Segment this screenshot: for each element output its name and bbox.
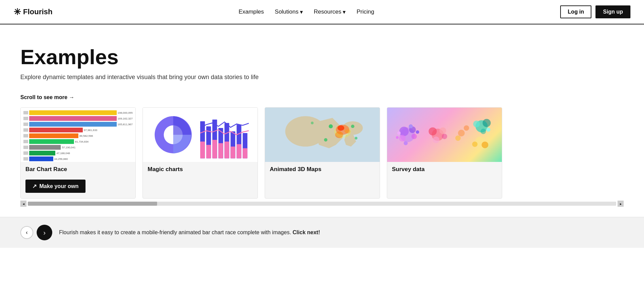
nav-ctas: Log in Sign up	[560, 5, 630, 18]
svg-rect-10	[200, 142, 205, 159]
main-content: Examples Explore dynamic templates and i…	[0, 24, 644, 248]
page-subtitle: Explore dynamic templates and interactiv…	[20, 74, 624, 81]
nav-examples[interactable]: Examples	[239, 8, 264, 15]
cards-wrapper: 198,000,055169,162,327165,811,96797,981,…	[20, 107, 624, 207]
svg-rect-12	[212, 140, 217, 159]
svg-point-47	[442, 134, 447, 139]
card-3d-maps: Animated 3D Maps	[265, 107, 380, 199]
svg-point-32	[334, 125, 351, 138]
left-arrow-icon: ‹	[26, 229, 27, 236]
svg-point-55	[472, 142, 478, 147]
svg-point-52	[486, 128, 490, 132]
svg-point-31	[311, 122, 314, 124]
svg-point-56	[458, 130, 465, 136]
svg-point-36	[399, 135, 406, 142]
nav-pricing[interactable]: Pricing	[357, 8, 374, 15]
banner-nav: ‹ ›	[20, 225, 52, 240]
svg-point-27	[329, 124, 333, 128]
svg-point-49	[482, 119, 491, 127]
scrollbar-track[interactable]	[28, 202, 616, 206]
card-label-bar-race: Bar Chart Race	[21, 162, 135, 177]
scrollbar-thumb	[28, 202, 157, 206]
nav-links: Examples Solutions ▾ Resources ▾ Pricing	[239, 8, 374, 16]
card-image-magic	[143, 108, 258, 162]
cards-scroll[interactable]: 198,000,055169,162,327165,811,96797,981,…	[20, 107, 624, 199]
svg-point-29	[355, 137, 357, 140]
svg-point-44	[429, 127, 437, 135]
svg-point-38	[397, 131, 401, 135]
chevron-down-icon: ▾	[300, 8, 303, 16]
card-bar-chart-race: 198,000,055169,162,327165,811,96797,981,…	[20, 107, 136, 199]
banner-text: Flourish makes it easy to create a mobil…	[59, 229, 320, 236]
card-cta-area: ↗ Make your own	[21, 177, 135, 198]
external-link-icon: ↗	[32, 183, 37, 189]
banner-bold-text: Click next!	[292, 229, 320, 235]
svg-point-28	[351, 125, 355, 128]
svg-point-50	[473, 121, 480, 127]
banner-prev-button[interactable]: ‹	[20, 226, 33, 239]
banner-next-button[interactable]: ›	[37, 225, 52, 240]
scroll-hint: Scroll to see more →	[20, 94, 624, 100]
svg-point-30	[324, 138, 327, 142]
svg-point-41	[409, 124, 413, 128]
svg-rect-13	[219, 143, 223, 159]
right-arrow-icon: ›	[43, 229, 46, 237]
svg-rect-15	[230, 147, 235, 159]
navbar: ✳ Flourish Examples Solutions ▾ Resource…	[0, 0, 644, 24]
svg-point-42	[396, 136, 399, 139]
logo-text: Flourish	[23, 7, 53, 16]
svg-point-46	[433, 136, 439, 143]
page-title: Examples	[20, 45, 624, 69]
logo-asterisk: ✳	[14, 7, 21, 17]
svg-point-54	[481, 142, 488, 148]
svg-point-45	[439, 127, 446, 134]
svg-rect-17	[243, 148, 247, 159]
make-your-own-button[interactable]: ↗ Make your own	[25, 180, 86, 193]
card-magic-charts: Magic charts	[143, 107, 258, 199]
card-label-magic: Magic charts	[143, 162, 258, 177]
nav-solutions[interactable]: Solutions ▾	[275, 8, 303, 16]
card-image-bar-race: 198,000,055169,162,327165,811,96797,981,…	[21, 108, 135, 162]
card-survey-data: Survey data	[387, 107, 502, 199]
scrollbar-row: ◂ ▸	[20, 201, 624, 207]
card-image-maps	[265, 108, 380, 162]
signup-button[interactable]: Sign up	[595, 5, 630, 18]
svg-point-40	[404, 141, 408, 145]
svg-point-51	[480, 129, 486, 134]
svg-rect-16	[236, 144, 241, 159]
card-image-survey	[387, 108, 502, 162]
bottom-banner: ‹ › Flourish makes it easy to create a m…	[0, 217, 644, 248]
scroll-right-arrow[interactable]: ▸	[618, 201, 624, 207]
svg-rect-14	[225, 142, 229, 159]
svg-point-58	[455, 135, 461, 141]
scroll-left-arrow[interactable]: ◂	[20, 201, 26, 207]
card-label-maps: Animated 3D Maps	[265, 162, 380, 177]
nav-resources[interactable]: Resources ▾	[314, 8, 346, 16]
logo[interactable]: ✳ Flourish	[14, 7, 53, 17]
chevron-down-icon: ▾	[343, 8, 346, 16]
svg-point-37	[412, 134, 417, 139]
svg-rect-11	[206, 145, 211, 159]
card-label-survey: Survey data	[387, 162, 502, 177]
svg-point-39	[416, 130, 419, 134]
svg-point-57	[464, 125, 469, 131]
login-button[interactable]: Log in	[560, 5, 591, 18]
svg-point-34	[399, 127, 409, 136]
